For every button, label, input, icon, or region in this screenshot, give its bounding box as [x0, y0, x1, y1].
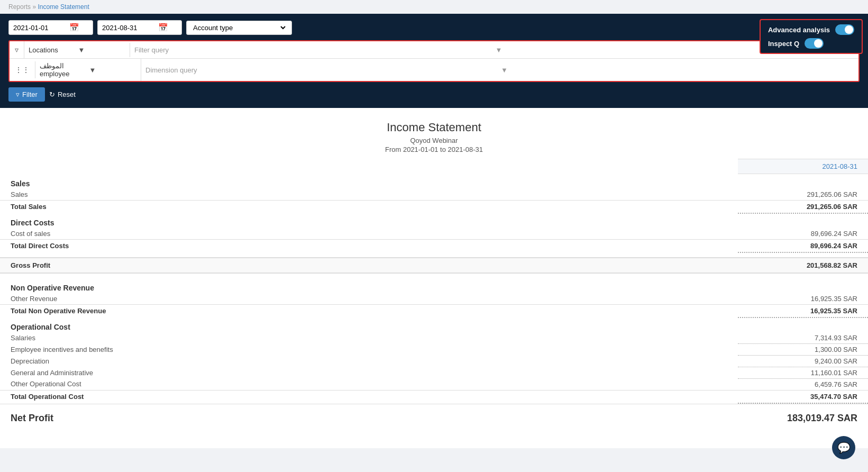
advanced-panel: Advanced analysis Inspect Q [760, 19, 863, 54]
row-total-direct-costs: Total Direct Costs 89,696.24 SAR [0, 239, 868, 252]
calendar-to-icon[interactable]: 📅 [158, 23, 168, 32]
row-employee-incentives: Employee incentives and benefits 1,300.0… [0, 343, 868, 355]
net-profit-amount: 183,019.47 SAR [787, 413, 857, 424]
reset-icon: ↻ [49, 90, 55, 98]
advanced-analysis-toggle[interactable] [835, 24, 854, 35]
row-total-operational: Total Operational Cost 35,474.70 SAR [0, 390, 868, 403]
locations-label: Locations [29, 46, 76, 54]
dimension-query-right[interactable]: Dimension query ▼ [141, 63, 858, 77]
row-total-sales: Total Sales 291,265.06 SAR [0, 200, 868, 213]
row-sales: Sales 291,265.06 SAR [0, 189, 868, 201]
date-column-header: 2021-08-31 [738, 159, 868, 174]
report-title: Income Statement [0, 121, 868, 134]
breadcrumb-separator: » [32, 3, 36, 11]
report-header: Income Statement Qoyod Webinar From 2021… [0, 108, 868, 159]
toolbar: 📅 📅 Account type ▿ Locations ▼ Filter qu… [0, 14, 868, 108]
reset-button-label: Reset [58, 90, 76, 98]
calendar-from-icon[interactable]: 📅 [69, 23, 79, 32]
report-period: From 2021-01-01 to 2021-08-31 [0, 146, 868, 153]
dimension-drag-icon: ⋮⋮ [10, 61, 35, 78]
advanced-analysis-label: Advanced analysis [768, 26, 830, 34]
locations-dropdown[interactable]: Locations ▼ [24, 43, 130, 57]
filter-row-employee: ⋮⋮ الموظف employee ▼ Dimension query ▼ [10, 59, 858, 81]
filter-icon: ▿ [16, 90, 20, 98]
filter-query-placeholder: Filter query [134, 46, 494, 54]
filter-section: ▿ Locations ▼ Filter query ▼ ⋮⋮ الموظف e… [8, 40, 860, 82]
net-profit-section: Net Profit 183,019.47 SAR [0, 404, 868, 432]
toolbar-row-actions: ▿ Filter ↻ Reset [8, 87, 860, 102]
section-non-operative-title: Non Operative Revenue [0, 278, 868, 293]
report-company: Qoyod Webinar [0, 137, 868, 144]
report-table: 2021-08-31 Sales Sales 291,265.06 SAR To… [0, 159, 868, 404]
locations-chevron-icon: ▼ [78, 46, 126, 54]
section-direct-costs-title: Direct Costs [0, 213, 868, 228]
filter-button-label: Filter [22, 90, 38, 98]
row-gross-profit: Gross Profit 201,568.82 SAR [0, 258, 868, 273]
dimension-query-placeholder: Dimension query [145, 66, 499, 74]
date-from-input[interactable] [13, 24, 66, 32]
date-from-wrap[interactable]: 📅 [8, 20, 93, 35]
row-depreciation: Depreciation 9,240.00 SAR [0, 355, 868, 367]
account-type-wrap[interactable]: Account type [186, 21, 292, 35]
date-to-wrap[interactable]: 📅 [97, 20, 182, 35]
breadcrumb-parent[interactable]: Reports [8, 3, 31, 11]
row-other-operational: Other Operational Cost 6,459.76 SAR [0, 378, 868, 390]
advanced-analysis-row: Advanced analysis [768, 24, 854, 35]
row-total-non-operative: Total Non Operative Revenue 16,925.35 SA… [0, 304, 868, 317]
date-to-input[interactable] [102, 24, 155, 32]
breadcrumb: Reports » Income Statement [0, 0, 868, 14]
row-cost-of-sales: Cost of sales 89,696.24 SAR [0, 228, 868, 240]
inspect-q-toggle[interactable] [805, 38, 824, 49]
filter-funnel-icon: ▿ [10, 41, 24, 58]
section-sales-title: Sales [0, 174, 868, 189]
filter-row-locations: ▿ Locations ▼ Filter query ▼ [10, 41, 858, 59]
inspect-q-row: Inspect Q [768, 38, 854, 49]
report-content: Income Statement Qoyod Webinar From 2021… [0, 108, 868, 448]
section-operational-cost-title: Operational Cost [0, 317, 868, 332]
employee-label: الموظف employee [40, 62, 87, 78]
employee-chevron-icon: ▼ [89, 66, 137, 74]
row-salaries: Salaries 7,314.93 SAR [0, 332, 868, 344]
account-type-select[interactable]: Account type [191, 23, 287, 32]
row-general-admin: General and Administrative 11,160.01 SAR [0, 367, 868, 378]
breadcrumb-current: Income Statement [38, 3, 89, 11]
row-other-revenue: Other Revenue 16,925.35 SAR [0, 293, 868, 305]
employee-dropdown[interactable]: الموظف employee ▼ [35, 59, 141, 81]
spacer-1 [0, 252, 868, 258]
filter-query-right[interactable]: Filter query ▼ [130, 43, 858, 57]
spacer-2 [0, 273, 868, 278]
reset-button[interactable]: ↻ Reset [49, 90, 76, 98]
inspect-q-label: Inspect Q [768, 40, 799, 48]
net-profit-label: Net Profit [11, 413, 53, 424]
dimension-query-chevron-icon: ▼ [501, 66, 854, 74]
filter-button[interactable]: ▿ Filter [8, 87, 45, 102]
toolbar-row-dates: 📅 📅 Account type [8, 20, 860, 35]
